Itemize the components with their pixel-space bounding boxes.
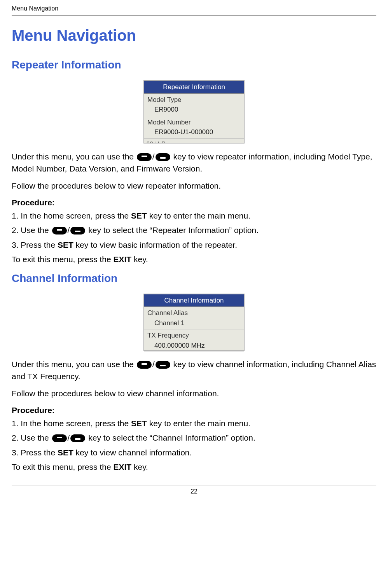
procedure-heading: Procedure: [12, 404, 376, 416]
screenshot-label: Model Type [147, 95, 241, 105]
text: key to enter the main menu. [147, 419, 250, 428]
text: key to enter the main menu. [147, 211, 250, 220]
screenshot-row: TX Frequency 400.000000 MHz [144, 329, 244, 352]
text: Under this menu, you can use the [12, 152, 136, 161]
screenshot-row: Model Type ER9000 [144, 94, 244, 116]
header-rule [12, 16, 376, 16]
screenshot-value: ER9000-U1-000000 [147, 127, 241, 137]
up-key-icon [52, 227, 67, 234]
screenshot-label: Channel Alias [147, 308, 241, 318]
text: To exit this menu, press the [12, 255, 113, 264]
slash: / [152, 360, 155, 369]
channel-info-screenshot: Channel Information Channel Alias Channe… [143, 294, 245, 351]
screenshot-value: 400.000000 MHz [147, 341, 241, 351]
set-key-label: SET [58, 448, 73, 457]
down-key-icon [156, 153, 170, 161]
text: key. [131, 255, 148, 264]
procedure-heading: Procedure: [12, 196, 376, 209]
text: 2. Use the [12, 433, 51, 442]
procedure-step-2: 2. Use the / key to select the “Channel … [12, 432, 376, 444]
procedure-step-3: 3. Press the SET key to view basic infor… [12, 239, 376, 251]
repeater-heading: Repeater Information [12, 57, 376, 73]
exit-key-label: EXIT [113, 255, 131, 264]
slash: / [68, 433, 70, 442]
set-key-label: SET [131, 211, 147, 220]
procedure-step-1: 1. In the home screen, press the SET key… [12, 210, 376, 222]
text: 2. Use the [12, 226, 51, 234]
page-title: Menu Navigation [12, 24, 376, 47]
screenshot-titlebar: Repeater Information [144, 81, 244, 94]
set-key-label: SET [58, 240, 73, 249]
page-number: 22 [12, 487, 376, 496]
slash: / [152, 152, 155, 161]
screenshot-titlebar: Channel Information [144, 294, 244, 307]
text: key to select the “Channel Information” … [88, 433, 255, 442]
text: key. [131, 462, 148, 471]
text: 1. In the home screen, press the [12, 419, 131, 428]
screenshot-row: Model Number ER9000-U1-000000 [144, 116, 244, 139]
repeater-exit-paragraph: To exit this menu, press the EXIT key. [12, 253, 376, 266]
screenshot-label: Model Number [147, 117, 241, 128]
text: 3. Press the [12, 240, 58, 249]
exit-key-label: EXIT [113, 462, 131, 471]
slash: / [68, 226, 70, 234]
procedure-step-3: 3. Press the SET key to view channel inf… [12, 446, 376, 459]
header-section-title: Menu Navigation [12, 4, 376, 13]
text: Under this menu, you can use the [12, 360, 136, 369]
text: key to select the “Repeater Information”… [88, 226, 259, 234]
up-key-icon [52, 434, 67, 442]
channel-follow-paragraph: Follow the procedures below to view chan… [12, 387, 376, 400]
set-key-label: SET [131, 419, 147, 428]
screenshot-value: ER9000 [147, 105, 241, 115]
repeater-follow-paragraph: Follow the procedures below to view repe… [12, 180, 376, 192]
text: 1. In the home screen, press the [12, 211, 131, 220]
footer-rule [12, 485, 376, 485]
up-key-icon [137, 153, 152, 161]
down-key-icon [70, 434, 85, 442]
text: 3. Press the [12, 448, 58, 457]
channel-heading: Channel Information [12, 270, 376, 287]
down-key-icon [156, 361, 170, 369]
screenshot-row: Channel Alias Channel 1 [144, 307, 244, 329]
text: To exit this menu, press the [12, 462, 113, 471]
channel-intro-paragraph: Under this menu, you can use the / key t… [12, 358, 376, 383]
procedure-step-2: 2. Use the / key to select the “Repeater… [12, 224, 376, 236]
text: key to view basic information of the rep… [73, 240, 237, 249]
text: key to view channel information. [73, 448, 192, 457]
screenshot-value: Channel 1 [147, 318, 241, 328]
up-key-icon [137, 361, 152, 369]
procedure-step-1: 1. In the home screen, press the SET key… [12, 417, 376, 430]
screenshot-clipped-row: 00 H R [144, 139, 244, 143]
down-key-icon [70, 227, 85, 234]
channel-exit-paragraph: To exit this menu, press the EXIT key. [12, 461, 376, 473]
repeater-info-screenshot: Repeater Information Model Type ER9000 M… [143, 80, 245, 144]
screenshot-label: TX Frequency [147, 331, 241, 341]
repeater-intro-paragraph: Under this menu, you can use the / key t… [12, 150, 376, 175]
